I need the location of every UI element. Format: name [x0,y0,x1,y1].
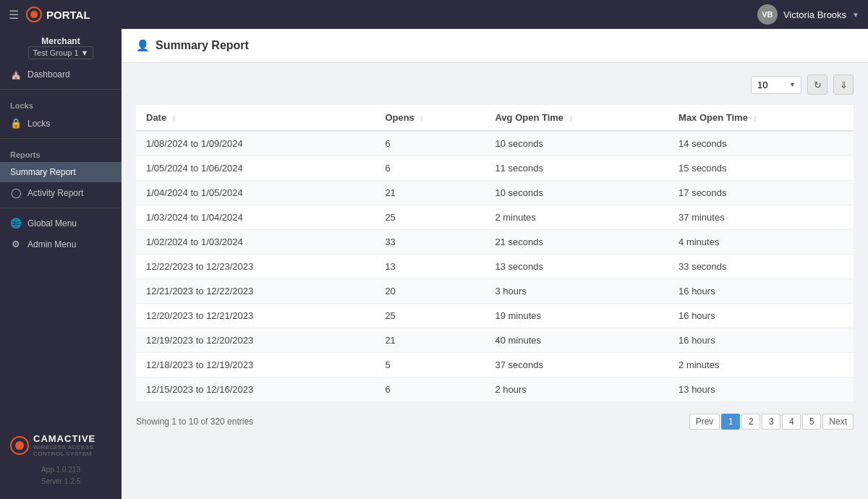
navbar: ☰ PORTAL VB Victoria Brooks ▼ [0,0,868,29]
app-version: App 1.0.213 Server 1.2.5 [0,460,122,492]
col-avg-open-time: Avg Open Time ↕ [485,105,668,131]
table-row: 12/18/2023 to 12/19/2023 5 37 seconds 2 … [136,353,854,378]
sort-opens-icon[interactable]: ↕ [420,114,423,122]
camactive-circle-icon [10,436,29,455]
sort-date-icon[interactable]: ↕ [172,114,176,122]
group-name: Test Group 1 [33,48,79,57]
page-3-button[interactable]: 3 [762,414,780,430]
sidebar-item-global-menu[interactable]: 🌐 Global Menu [0,213,122,234]
table-row: 1/03/2024 to 1/04/2024 25 2 minutes 37 m… [136,205,854,230]
admin-menu-label: Admin Menu [27,239,76,250]
table-footer: Showing 1 to 10 of 320 entries Prev 1 2 … [136,411,854,432]
cell-max-open-time: 14 seconds [668,131,854,156]
cell-opens: 33 [375,230,485,255]
cell-opens: 6 [375,131,485,156]
summary-table: Date ↕ Opens ↕ Avg Open Time ↕ Max Ope [136,105,854,402]
cell-opens: 21 [375,181,485,205]
sidebar-item-dashboard[interactable]: ⛪ Dashboard [0,64,122,85]
table-controls: 10 25 50 100 ↻ ⇓ [136,74,854,95]
cell-avg-open-time: 2 minutes [485,205,668,230]
page-4-button[interactable]: 4 [782,414,801,430]
cell-opens: 25 [375,304,485,328]
user-name: Victoria Brooks [783,9,846,20]
hamburger-icon[interactable]: ☰ [9,8,19,22]
global-menu-label: Global Menu [27,218,77,229]
page-title: Summary Report [156,39,249,52]
cell-avg-open-time: 21 seconds [485,230,668,255]
table-row: 12/15/2023 to 12/16/2023 6 2 hours 13 ho… [136,378,854,402]
table-row: 12/19/2023 to 12/20/2023 21 40 minutes 1… [136,328,854,353]
cell-date: 1/03/2024 to 1/04/2024 [136,205,375,230]
cell-max-open-time: 16 hours [668,279,854,304]
page-5-button[interactable]: 5 [802,414,821,430]
cell-date: 12/15/2023 to 12/16/2023 [136,378,375,402]
cell-max-open-time: 33 seconds [668,255,854,279]
cell-date: 1/08/2024 to 1/09/2024 [136,131,375,156]
test-group-button[interactable]: Test Group 1 ▼ [28,46,94,59]
cell-date: 12/18/2023 to 12/19/2023 [136,353,375,378]
page-2-button[interactable]: 2 [741,414,760,430]
download-button[interactable]: ⇓ [833,74,854,95]
cell-date: 1/02/2024 to 1/03/2024 [136,230,375,255]
cell-opens: 6 [375,378,485,402]
cell-avg-open-time: 11 seconds [485,156,668,181]
sidebar-item-label: Dashboard [27,69,70,80]
cell-opens: 5 [375,353,485,378]
camactive-name: CAMACTIVE [33,433,111,444]
sidebar-item-summary-report[interactable]: Summary Report [0,162,122,182]
portal-logo: PORTAL [26,7,90,22]
camactive-inner-icon [15,441,24,450]
cell-max-open-time: 2 minutes [668,353,854,378]
cell-opens: 21 [375,328,485,353]
brand-name: PORTAL [46,9,90,21]
content-area: 10 25 50 100 ↻ ⇓ Date ↕ [122,63,868,444]
sidebar-item-admin-menu[interactable]: ⚙ Admin Menu [0,234,122,255]
per-page-select[interactable]: 10 25 50 100 [751,76,801,94]
chevron-down-icon[interactable]: ▼ [852,11,859,19]
sidebar-merchant: Merchant Test Group 1 ▼ [0,29,122,64]
activity-icon: ◯ [10,187,22,198]
cell-max-open-time: 16 hours [668,328,854,353]
locks-section-label: Locks [0,94,122,113]
sidebar-divider-3 [0,208,122,208]
col-opens: Opens ↕ [375,105,485,131]
navbar-right: VB Victoria Brooks ▼ [757,4,859,25]
col-date: Date ↕ [136,105,375,131]
logo-circle-icon [26,7,42,22]
col-max-open-time: Max Open Time ↕ [668,105,854,131]
cell-date: 12/21/2023 to 12/22/2023 [136,279,375,304]
layout: Merchant Test Group 1 ▼ ⛪ Dashboard Lock… [0,29,868,499]
cell-max-open-time: 16 hours [668,304,854,328]
cell-max-open-time: 13 hours [668,378,854,402]
sidebar-item-activity-report[interactable]: ◯ Activity Report [0,182,122,203]
cell-max-open-time: 4 minutes [668,230,854,255]
table-row: 1/02/2024 to 1/03/2024 33 21 seconds 4 m… [136,230,854,255]
table-row: 1/04/2024 to 1/05/2024 21 10 seconds 17 … [136,181,854,205]
cell-avg-open-time: 10 seconds [485,181,668,205]
cell-max-open-time: 37 minutes [668,205,854,230]
table-row: 12/21/2023 to 12/22/2023 20 3 hours 16 h… [136,279,854,304]
sidebar-item-locks[interactable]: 🔒 Locks [0,113,122,134]
cell-avg-open-time: 40 minutes [485,328,668,353]
global-icon: 🌐 [10,218,22,229]
cell-opens: 20 [375,279,485,304]
main-content: 👤 Summary Report 10 25 50 100 ↻ ⇓ [122,29,868,499]
refresh-button[interactable]: ↻ [807,74,827,95]
cell-date: 1/04/2024 to 1/05/2024 [136,181,375,205]
table-body: 1/08/2024 to 1/09/2024 6 10 seconds 14 s… [136,131,854,402]
showing-text: Showing 1 to 10 of 320 entries [136,417,253,427]
admin-icon: ⚙ [10,239,22,250]
lock-icon: 🔒 [10,118,22,129]
next-button[interactable]: Next [822,414,854,430]
page-header: 👤 Summary Report [122,29,868,63]
cell-opens: 6 [375,156,485,181]
camactive-sub: WIRELESS ACCESS CONTROL SYSTEM [33,444,111,457]
cell-date: 12/20/2023 to 12/21/2023 [136,304,375,328]
dashboard-icon: ⛪ [10,69,22,80]
cell-max-open-time: 17 seconds [668,181,854,205]
sort-avg-icon[interactable]: ↕ [569,114,573,122]
prev-button[interactable]: Prev [689,414,720,430]
activity-report-label: Activity Report [27,188,83,198]
page-1-button[interactable]: 1 [721,414,740,430]
sort-max-icon[interactable]: ↕ [754,114,757,122]
